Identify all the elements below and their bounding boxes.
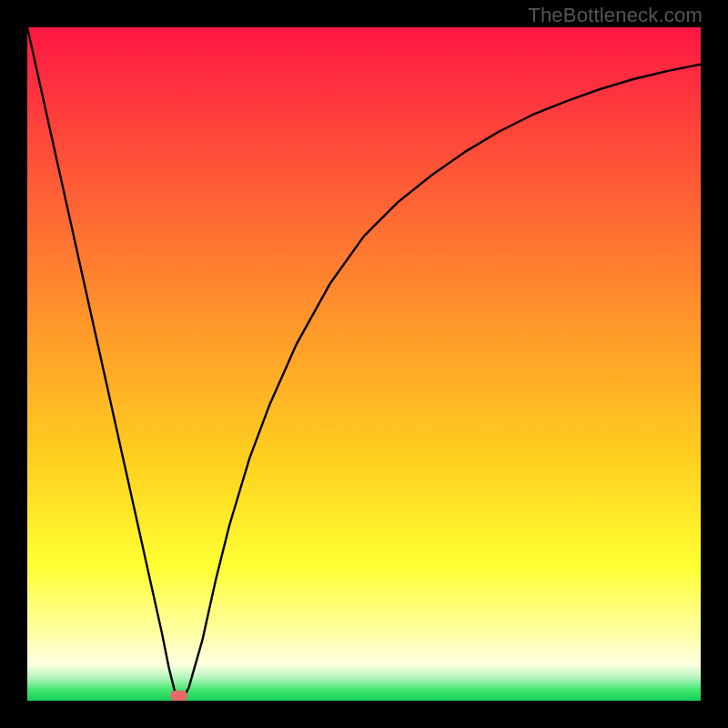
gradient-background [27, 27, 701, 701]
minimum-marker [170, 691, 187, 701]
plot-area [27, 27, 701, 701]
chart-frame: TheBottleneck.com [0, 0, 728, 728]
chart-svg [27, 27, 701, 701]
watermark-text: TheBottleneck.com [528, 4, 703, 27]
